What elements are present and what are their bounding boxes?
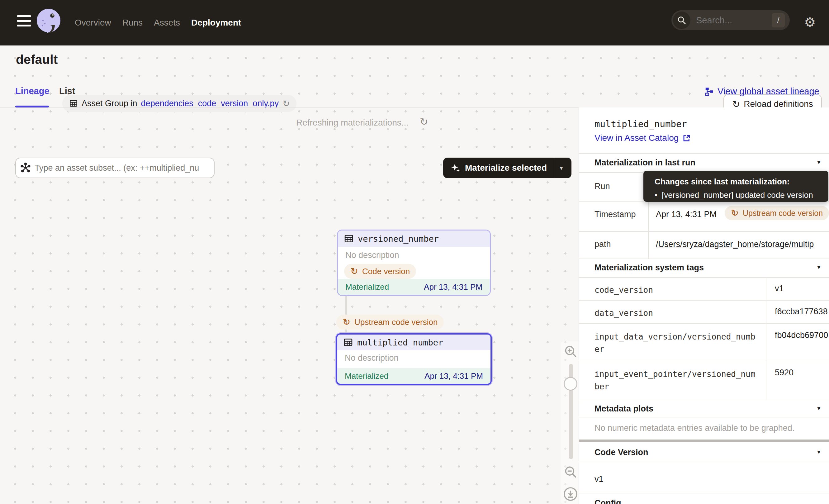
tooltip-title: Changes since last materialization: — [655, 177, 828, 187]
asset-table-icon — [344, 338, 353, 347]
code-version-changed-icon: ↻! — [731, 208, 740, 218]
asset-subset-filter[interactable] — [15, 157, 215, 178]
materialized-timestamp: Apr 13, 4:31 PM — [425, 371, 483, 381]
top-navigation-bar: Overview Runs Assets Deployment / ⚙ — [0, 0, 829, 45]
global-search[interactable]: / — [672, 10, 790, 30]
asset-node-multiplied-number-halo: multiplied_number No description Materia… — [335, 332, 493, 386]
download-image-button[interactable] — [563, 487, 578, 503]
nav-assets[interactable]: Assets — [154, 18, 180, 28]
dagster-logo[interactable] — [36, 8, 64, 39]
tooltip-item: • [versioned_number] updated code versio… — [655, 190, 828, 200]
upstream-code-version-badge: ↻! Upstream code version — [336, 315, 444, 330]
upstream-code-version-badge: ↻! Upstream code version — [725, 206, 829, 220]
asset-table-icon — [344, 234, 354, 243]
button-divider — [554, 157, 554, 178]
chevron-down-icon[interactable]: ▼ — [816, 159, 822, 166]
search-input[interactable] — [695, 15, 759, 26]
dagster-app: Overview Runs Assets Deployment / ⚙ defa… — [0, 0, 829, 504]
timestamp-value: Apr 13, 4:31 PM — [656, 210, 717, 219]
asset-description: No description — [337, 350, 491, 363]
refreshing-status: Refreshing materializations... — [296, 118, 408, 128]
run-row-label: Run — [594, 182, 610, 191]
reload-group-icon[interactable]: ↻ — [283, 99, 290, 109]
timestamp-row-label: Timestamp — [594, 210, 636, 219]
materialized-timestamp: Apr 13, 4:31 PM — [424, 282, 482, 292]
section-metadata-plots: Metadata plots — [594, 404, 653, 414]
tag-key: code_version — [594, 284, 760, 296]
nav-deployment[interactable]: Deployment — [191, 18, 241, 28]
materialize-selected-button[interactable]: Materialize selected ▾ — [443, 157, 572, 178]
tag-key: input_data_version/versioned_number — [594, 330, 760, 355]
materialized-status: Materialized — [346, 282, 389, 292]
page-title: default — [16, 52, 58, 67]
code-version-value: v1 — [594, 474, 604, 484]
hamburger-menu-icon[interactable] — [17, 15, 31, 29]
tag-key: input_event_pointer/versioned_number — [594, 368, 760, 393]
tab-lineage[interactable]: Lineage — [15, 86, 49, 96]
asset-selector-icon — [20, 163, 31, 173]
section-materialization-last-run: Materialization in last run — [594, 158, 695, 168]
panel-asset-title: multiplied_number — [594, 119, 687, 129]
asset-subset-input[interactable] — [34, 163, 210, 173]
code-version-changed-icon: ↻! — [343, 317, 351, 327]
external-link-icon — [682, 134, 691, 142]
refresh-materializations-icon[interactable]: ↻ — [420, 116, 428, 128]
nav-overview[interactable]: Overview — [75, 18, 111, 28]
asset-description: No description — [338, 247, 490, 260]
asset-group-icon — [69, 99, 78, 108]
materialize-dropdown-caret[interactable]: ▾ — [560, 164, 563, 172]
asset-group-breadcrumb: Asset Group in dependencies_code_version… — [62, 95, 296, 112]
view-in-asset-catalog-link[interactable]: View in Asset Catalog — [594, 133, 691, 143]
tag-value: f6ccba177638 — [775, 307, 828, 317]
zoom-out-button[interactable] — [564, 465, 577, 480]
materialized-status: Materialized — [345, 371, 388, 381]
nav-runs[interactable]: Runs — [122, 18, 143, 28]
panel-resize-handle[interactable] — [579, 439, 829, 442]
section-config: Config — [594, 498, 621, 504]
asset-node-multiplied-number[interactable]: multiplied_number No description Materia… — [336, 333, 492, 385]
code-version-changed-icon: ↻! — [350, 266, 359, 277]
asset-name: versioned_number — [358, 234, 439, 244]
chevron-down-icon[interactable]: ▼ — [816, 449, 822, 456]
tag-key: data_version — [594, 307, 760, 319]
view-global-lineage-link[interactable]: View global asset lineage — [705, 86, 819, 97]
tab-list[interactable]: List — [59, 86, 75, 96]
lineage-graph-icon — [705, 87, 714, 96]
zoom-slider-handle[interactable] — [564, 377, 577, 391]
search-shortcut-key: / — [772, 13, 785, 27]
asset-name: multiplied_number — [357, 338, 443, 347]
tag-value: v1 — [775, 284, 784, 293]
path-row-label: path — [594, 240, 611, 249]
section-system-tags: Materialization system tags — [594, 263, 704, 273]
code-version-badge: ↻! Code version — [344, 264, 416, 279]
zoom-in-button[interactable] — [564, 345, 577, 359]
metadata-plots-empty: No numeric metadata entries available to… — [594, 423, 794, 433]
tag-value: 5920 — [775, 368, 793, 377]
changes-tooltip: Changes since last materialization: • [v… — [643, 171, 828, 202]
tag-value: fb04dcb69700 — [775, 330, 828, 340]
chevron-down-icon[interactable]: ▼ — [816, 405, 822, 412]
asset-group-prefix: Asset Group in — [82, 99, 137, 108]
section-code-version: Code Version — [594, 447, 648, 457]
sparkle-icon — [450, 163, 461, 173]
asset-node-versioned-number[interactable]: versioned_number No description ↻! Code … — [337, 229, 491, 296]
path-value-link[interactable]: /Users/sryza/dagster_home/storage/multip — [656, 240, 829, 249]
search-icon — [673, 11, 690, 29]
asset-group-file-link[interactable]: dependencies_code_version_only.py — [141, 99, 279, 108]
settings-gear-icon[interactable]: ⚙ — [804, 15, 816, 29]
chevron-down-icon[interactable]: ▼ — [816, 264, 822, 271]
asset-details-panel: multiplied_number View in Asset Catalog … — [579, 107, 829, 504]
